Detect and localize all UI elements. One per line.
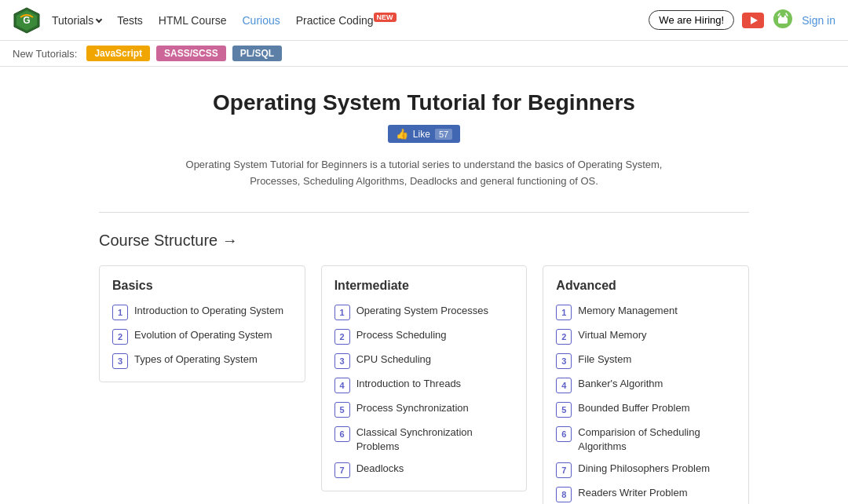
list-item[interactable]: 3 CPU Scheduling <box>334 352 514 369</box>
item-text: Evolution of Operating System <box>134 328 272 342</box>
list-item[interactable]: 5 Bounded Buffer Problem <box>556 401 736 418</box>
advanced-card: Advanced 1 Memory Management 2 Virtual M… <box>543 265 749 504</box>
page-description: Operating System Tutorial for Beginners … <box>181 157 667 190</box>
youtube-icon[interactable] <box>742 13 764 28</box>
like-button[interactable]: 👍 Like 57 <box>388 125 460 143</box>
item-number: 5 <box>334 402 350 418</box>
svg-rect-4 <box>778 17 788 24</box>
thumbs-up-icon: 👍 <box>396 128 408 140</box>
advanced-items: 1 Memory Management 2 Virtual Memory 3 F… <box>556 304 736 504</box>
like-btn-area: 👍 Like 57 <box>99 125 749 143</box>
site-logo[interactable]: G <box>13 6 41 35</box>
list-item[interactable]: 2 Process Scheduling <box>334 328 514 345</box>
svg-point-5 <box>780 16 782 18</box>
list-item[interactable]: 7 Dining Philosophers Problem <box>556 462 736 478</box>
intermediate-items: 1 Operating System Processes 2 Process S… <box>334 304 514 478</box>
basics-card-title: Basics <box>112 279 292 293</box>
signin-link[interactable]: Sign in <box>802 14 835 27</box>
item-text: Bounded Buffer Problem <box>578 401 689 415</box>
tag-javascript[interactable]: JavaScript <box>86 46 150 61</box>
item-number: 4 <box>334 378 350 393</box>
item-text: Process Synchronization <box>356 401 469 415</box>
nav-curious[interactable]: Curious <box>242 14 280 27</box>
intermediate-card-title: Intermediate <box>334 279 514 293</box>
svg-point-6 <box>784 16 787 18</box>
list-item[interactable]: 3 File System <box>556 352 736 369</box>
intermediate-card: Intermediate 1 Operating System Processe… <box>321 265 528 491</box>
item-number: 6 <box>334 426 350 442</box>
list-item[interactable]: 6 Classical Synchronization Problems <box>334 425 514 454</box>
nav-tutorials[interactable]: Tutorials <box>52 14 101 27</box>
item-number: 2 <box>112 329 128 345</box>
item-text: Comparision of Scheduling Algorithms <box>578 425 736 454</box>
nav-links: Tutorials Tests HTML Course Curious Prac… <box>52 13 649 27</box>
item-text: Deadlocks <box>356 462 404 476</box>
course-structure-heading: Course Structure → <box>99 232 749 250</box>
nav-tests[interactable]: Tests <box>117 14 143 27</box>
list-item[interactable]: 4 Banker's Algorithm <box>556 377 736 393</box>
item-text: Memory Management <box>578 304 677 318</box>
tag-plsql[interactable]: PL/SQL <box>232 46 282 61</box>
new-tutorials-label: New Tutorials: <box>13 48 77 60</box>
item-text: Dining Philosophers Problem <box>578 462 710 476</box>
item-number: 3 <box>556 353 572 369</box>
item-text: File System <box>578 352 631 367</box>
item-text: Introduction to Operating System <box>134 304 283 318</box>
nav-html-course[interactable]: HTML Course <box>159 14 227 27</box>
item-number: 2 <box>556 329 572 345</box>
course-grid: Basics 1 Introduction to Operating Syste… <box>99 265 749 504</box>
item-text: CPU Scheduling <box>356 352 431 367</box>
item-text: Virtual Memory <box>578 328 646 342</box>
chevron-down-icon <box>96 16 102 22</box>
item-number: 1 <box>112 305 128 320</box>
item-number: 5 <box>556 402 572 418</box>
list-item[interactable]: 4 Introduction to Threads <box>334 377 514 393</box>
item-number: 3 <box>334 353 350 369</box>
advanced-card-title: Advanced <box>556 279 736 293</box>
divider <box>99 212 749 213</box>
youtube-play-icon <box>751 16 758 24</box>
basics-items: 1 Introduction to Operating System 2 Evo… <box>112 304 292 369</box>
navbar: G Tutorials Tests HTML Course Curious Pr… <box>0 0 848 41</box>
item-text: Banker's Algorithm <box>578 377 663 391</box>
list-item[interactable]: 7 Deadlocks <box>334 462 514 478</box>
page-title: Operating System Tutorial for Beginners <box>99 90 749 115</box>
list-item[interactable]: 8 Readers Writer Problem <box>556 486 736 502</box>
item-text: Types of Operating System <box>134 352 258 367</box>
list-item[interactable]: 5 Process Synchronization <box>334 401 514 418</box>
item-number: 6 <box>556 426 572 442</box>
like-label: Like <box>413 129 430 140</box>
main-content: Operating System Tutorial for Beginners … <box>86 67 762 504</box>
list-item[interactable]: 2 Virtual Memory <box>556 328 736 345</box>
svg-text:G: G <box>23 15 30 26</box>
item-number: 7 <box>334 462 350 478</box>
item-number: 2 <box>334 329 350 345</box>
item-number: 1 <box>556 305 572 320</box>
tag-sass-scss[interactable]: SASS/SCSS <box>156 46 226 61</box>
like-count: 57 <box>435 129 452 140</box>
item-text: Classical Synchronization Problems <box>356 425 514 454</box>
list-item[interactable]: 2 Evolution of Operating System <box>112 328 292 345</box>
list-item[interactable]: 1 Operating System Processes <box>334 304 514 320</box>
item-number: 4 <box>556 378 572 393</box>
new-badge: NEW <box>374 13 397 22</box>
android-icon[interactable] <box>772 8 794 32</box>
item-text: Readers Writer Problem <box>578 486 687 500</box>
item-number: 1 <box>334 305 350 320</box>
list-item[interactable]: 1 Memory Management <box>556 304 736 320</box>
nav-practice-coding[interactable]: Practice CodingNEW <box>296 13 397 27</box>
list-item[interactable]: 1 Introduction to Operating System <box>112 304 292 320</box>
list-item[interactable]: 3 Types of Operating System <box>112 352 292 369</box>
item-text: Operating System Processes <box>356 304 488 318</box>
item-text: Process Scheduling <box>356 328 447 342</box>
new-tutorials-bar: New Tutorials: JavaScript SASS/SCSS PL/S… <box>0 41 848 67</box>
basics-card: Basics 1 Introduction to Operating Syste… <box>99 265 305 382</box>
item-number: 8 <box>556 487 572 502</box>
list-item[interactable]: 6 Comparision of Scheduling Algorithms <box>556 425 736 454</box>
item-number: 7 <box>556 462 572 478</box>
item-number: 3 <box>112 353 128 369</box>
nav-right: We are Hiring! Sign in <box>649 8 835 32</box>
hiring-button[interactable]: We are Hiring! <box>649 10 734 30</box>
item-text: Introduction to Threads <box>356 377 461 391</box>
